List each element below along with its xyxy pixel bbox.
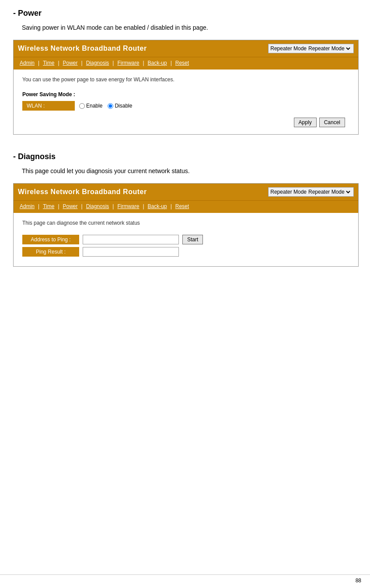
power-wlan-label: WLAN :	[22, 101, 75, 111]
power-nav-diagnosis[interactable]: Diagnosis	[84, 59, 112, 67]
diag-address-label: Address to Ping :	[22, 235, 79, 244]
power-enable-radio[interactable]	[79, 103, 85, 109]
diagnosis-router-header-title: Wireless Network Broadband Router	[18, 188, 147, 196]
diag-nav-power[interactable]: Power	[60, 202, 80, 210]
diag-nav-reset[interactable]: Reset	[173, 202, 192, 210]
power-body-desc: You can use the power page to save energ…	[22, 77, 349, 83]
power-disable-label[interactable]: Disable	[108, 103, 132, 109]
diagnosis-router-header: Wireless Network Broadband Router Repeat…	[14, 184, 358, 200]
diag-nav-time[interactable]: Time	[40, 202, 57, 210]
power-nav-backup[interactable]: Back-up	[145, 59, 170, 67]
power-section-title: - Power	[13, 9, 357, 18]
power-router-nav: Admin | Time | Power | Diagnosis | Firmw…	[14, 57, 358, 70]
power-nav-admin[interactable]: Admin	[17, 59, 37, 67]
power-nav-reset[interactable]: Reset	[173, 59, 192, 67]
power-repeater-mode-select[interactable]: Repeater Mode Repeater Mode	[268, 44, 354, 53]
power-cancel-button[interactable]: Cancel	[319, 118, 345, 127]
diag-result-row: Ping Result :	[22, 247, 349, 257]
power-nav-power[interactable]: Power	[60, 59, 80, 67]
diag-address-input[interactable]	[83, 235, 179, 244]
power-enable-label[interactable]: Enable	[79, 103, 102, 109]
diagnosis-repeater-mode-dropdown[interactable]: Repeater Mode	[307, 188, 352, 195]
power-nav-time[interactable]: Time	[40, 59, 57, 67]
diag-result-input[interactable]	[83, 247, 179, 257]
power-repeater-mode-label: Repeater Mode	[270, 45, 307, 52]
power-router-header: Wireless Network Broadband Router Repeat…	[14, 40, 358, 57]
diag-nav-firmware[interactable]: Firmware	[115, 202, 142, 210]
diagnosis-router-nav: Admin | Time | Power | Diagnosis | Firmw…	[14, 200, 358, 213]
diag-nav-backup[interactable]: Back-up	[145, 202, 170, 210]
diagnosis-section-title: - Diagnosis	[13, 152, 357, 161]
page-number: 88	[356, 578, 361, 584]
power-section-desc: Saving power in WLAN mode can be enabled…	[22, 24, 357, 31]
diagnosis-router-panel: Wireless Network Broadband Router Repeat…	[13, 183, 359, 267]
power-disable-radio[interactable]	[108, 103, 113, 109]
power-nav-firmware[interactable]: Firmware	[115, 59, 142, 67]
power-wlan-row: WLAN : Enable Disable	[22, 101, 349, 111]
power-router-header-title: Wireless Network Broadband Router	[18, 45, 147, 52]
diagnosis-repeater-mode-select[interactable]: Repeater Mode Repeater Mode	[268, 187, 354, 197]
power-saving-label: Power Saving Mode :	[22, 91, 349, 97]
diag-start-button[interactable]: Start	[182, 235, 203, 244]
power-enable-text: Enable	[86, 103, 102, 109]
page-divider	[0, 574, 370, 575]
page-content: - Power Saving power in WLAN mode can be…	[0, 0, 370, 302]
power-radio-group: Enable Disable	[79, 103, 132, 109]
diagnosis-router-body: This page can diagnose the current netwo…	[14, 213, 358, 266]
power-apply-cancel-row: Apply Cancel	[22, 118, 349, 127]
power-router-panel: Wireless Network Broadband Router Repeat…	[13, 40, 359, 135]
diag-nav-diagnosis[interactable]: Diagnosis	[84, 202, 112, 210]
diagnosis-repeater-mode-label: Repeater Mode	[270, 189, 307, 195]
power-apply-button[interactable]: Apply	[294, 118, 317, 127]
diag-nav-admin[interactable]: Admin	[17, 202, 37, 210]
diagnosis-section-desc: This page could let you diagnosis your c…	[22, 167, 357, 174]
diagnosis-body-desc: This page can diagnose the current netwo…	[22, 220, 349, 226]
diag-address-row: Address to Ping : Start	[22, 235, 349, 244]
diag-table: Address to Ping : Start Ping Result :	[22, 235, 349, 257]
power-disable-text: Disable	[115, 103, 132, 109]
diag-result-label: Ping Result :	[22, 247, 79, 257]
power-router-body: You can use the power page to save energ…	[14, 70, 358, 134]
power-repeater-mode-dropdown[interactable]: Repeater Mode	[307, 45, 352, 52]
